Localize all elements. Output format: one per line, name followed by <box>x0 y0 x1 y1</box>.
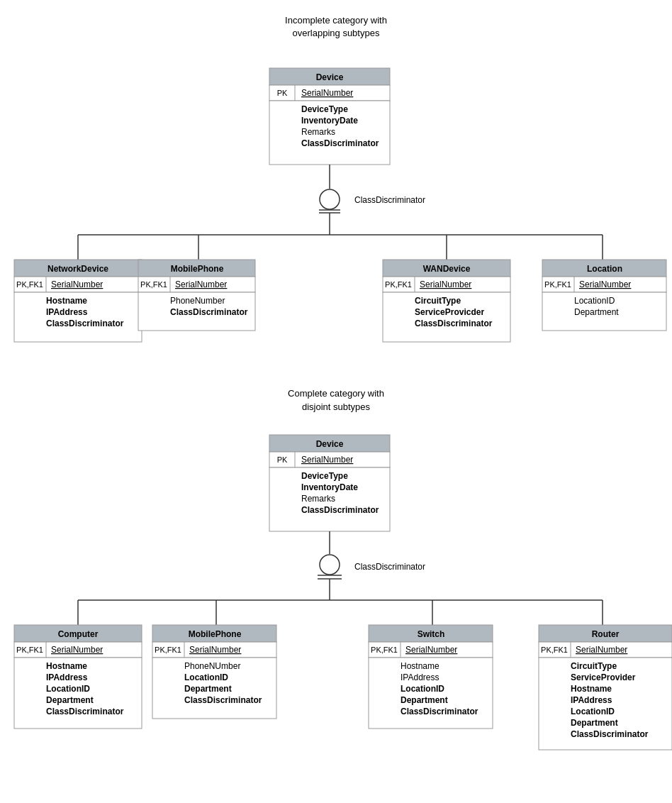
svg-text:PK,FK1: PK,FK1 <box>544 280 571 289</box>
svg-text:ClassDiscriminator: ClassDiscriminator <box>46 707 124 716</box>
diagram-container: Incomplete category withoverlapping subt… <box>0 0 672 803</box>
svg-text:IPAddress: IPAddress <box>46 307 88 317</box>
svg-text:ServiceProvider: ServiceProvider <box>571 672 636 682</box>
diagram-2-svg: Device PK SerialNumber DeviceType Invent… <box>7 428 672 803</box>
svg-text:IPAddress: IPAddress <box>571 695 612 705</box>
svg-text:Department: Department <box>401 695 448 705</box>
svg-text:PK,FK1: PK,FK1 <box>16 280 43 289</box>
svg-text:PK,FK1: PK,FK1 <box>155 646 181 654</box>
svg-text:DeviceType: DeviceType <box>301 471 348 481</box>
svg-point-12 <box>320 189 340 209</box>
svg-text:Hostname: Hostname <box>401 661 439 671</box>
svg-text:CircuitType: CircuitType <box>415 296 461 306</box>
svg-text:IPAddress: IPAddress <box>401 672 439 682</box>
svg-text:Computer: Computer <box>58 629 99 639</box>
diagram-1-svg: Device PK SerialNumber DeviceType Invent… <box>7 54 672 359</box>
svg-text:Hostname: Hostname <box>571 684 612 694</box>
svg-text:ClassDiscriminator: ClassDiscriminator <box>46 319 124 328</box>
svg-text:LocationID: LocationID <box>401 684 444 694</box>
svg-text:Department: Department <box>184 684 232 694</box>
svg-text:Remarks: Remarks <box>301 494 335 504</box>
svg-text:Hostname: Hostname <box>46 661 87 671</box>
svg-text:PK: PK <box>277 89 288 97</box>
svg-text:PK: PK <box>277 455 288 464</box>
svg-text:LocationID: LocationID <box>574 296 615 306</box>
svg-text:Department: Department <box>574 307 619 317</box>
section-2-title: Complete category withdisjoint subtypes <box>7 387 665 413</box>
svg-text:MobilePhone: MobilePhone <box>171 264 224 274</box>
svg-text:PhoneNumber: PhoneNumber <box>170 296 225 306</box>
svg-text:SerialNumber: SerialNumber <box>301 88 353 98</box>
svg-text:ServiceProvicder: ServiceProvicder <box>415 307 484 317</box>
svg-text:PK,FK1: PK,FK1 <box>541 646 568 654</box>
section-2: Complete category withdisjoint subtypes … <box>7 387 665 803</box>
svg-text:SerialNumber: SerialNumber <box>579 279 631 289</box>
svg-point-72 <box>320 555 340 575</box>
svg-text:ClassDiscriminator: ClassDiscriminator <box>301 505 379 515</box>
svg-text:Location: Location <box>587 264 622 274</box>
svg-text:SerialNumber: SerialNumber <box>175 279 227 289</box>
svg-text:InventoryDate: InventoryDate <box>301 482 358 492</box>
svg-text:ClassDiscriminator: ClassDiscriminator <box>184 695 262 705</box>
svg-text:ClassDiscriminator: ClassDiscriminator <box>354 195 425 205</box>
svg-text:PhoneNUmber: PhoneNUmber <box>184 661 240 671</box>
svg-text:SerialNumber: SerialNumber <box>189 645 241 655</box>
svg-text:Remarks: Remarks <box>301 127 335 137</box>
svg-text:IPAddress: IPAddress <box>46 672 88 682</box>
svg-text:SerialNumber: SerialNumber <box>51 279 103 289</box>
svg-text:ClassDiscriminator: ClassDiscriminator <box>415 319 493 328</box>
svg-text:ClassDiscriminator: ClassDiscriminator <box>571 729 649 739</box>
svg-text:ClassDiscriminator: ClassDiscriminator <box>170 307 248 317</box>
svg-text:NetworkDevice: NetworkDevice <box>47 264 108 274</box>
svg-text:InventoryDate: InventoryDate <box>301 116 358 126</box>
svg-text:ClassDiscriminator: ClassDiscriminator <box>401 707 478 716</box>
svg-text:Department: Department <box>571 718 618 728</box>
svg-text:Device: Device <box>316 439 344 449</box>
svg-text:Department: Department <box>46 695 94 705</box>
svg-text:PK,FK1: PK,FK1 <box>371 646 398 654</box>
section-1: Incomplete category withoverlapping subt… <box>7 14 665 359</box>
svg-text:MobilePhone: MobilePhone <box>189 629 242 639</box>
svg-text:PK,FK1: PK,FK1 <box>385 280 412 289</box>
svg-text:SerialNumber: SerialNumber <box>576 645 627 655</box>
svg-text:Device: Device <box>316 72 344 82</box>
svg-text:SerialNumber: SerialNumber <box>51 645 103 655</box>
svg-text:LocationID: LocationID <box>571 707 615 716</box>
section-1-title: Incomplete category withoverlapping subt… <box>7 14 665 40</box>
svg-text:LocationID: LocationID <box>46 684 90 694</box>
svg-text:SerialNumber: SerialNumber <box>420 279 471 289</box>
svg-text:PK,FK1: PK,FK1 <box>140 280 167 289</box>
svg-text:SerialNumber: SerialNumber <box>405 645 457 655</box>
svg-text:CircuitType: CircuitType <box>571 661 617 671</box>
svg-text:ClassDiscriminator: ClassDiscriminator <box>301 138 379 148</box>
svg-text:ClassDiscriminator: ClassDiscriminator <box>354 562 425 572</box>
svg-text:Router: Router <box>592 629 620 639</box>
svg-text:DeviceType: DeviceType <box>301 104 348 114</box>
svg-text:WANDevice: WANDevice <box>423 264 471 274</box>
svg-text:SerialNumber: SerialNumber <box>301 455 353 465</box>
svg-text:Switch: Switch <box>418 629 445 639</box>
svg-text:Hostname: Hostname <box>46 296 87 306</box>
svg-text:LocationID: LocationID <box>184 672 228 682</box>
svg-text:PK,FK1: PK,FK1 <box>16 646 43 654</box>
